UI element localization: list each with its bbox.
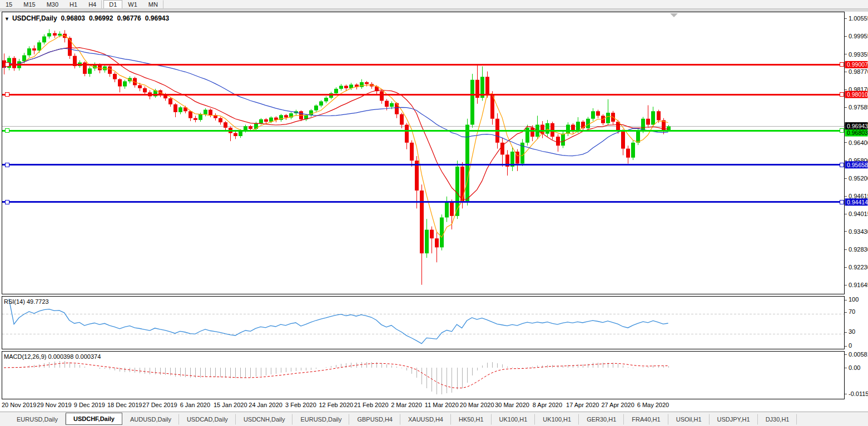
date-label: 17 Apr 2020 — [566, 402, 599, 408]
candle-body — [42, 37, 46, 43]
date-label: 29 Nov 2019 — [37, 402, 71, 408]
chart-tab-FRA40-H1[interactable]: FRA40,H1 — [624, 414, 668, 425]
chart-tab-USDCHF-Daily[interactable]: USDCHF,Daily — [66, 413, 122, 425]
candle-body — [365, 82, 369, 84]
candle-body — [556, 137, 560, 146]
price-tick-label: 1.00555 — [849, 15, 868, 22]
candle-body — [631, 143, 635, 158]
chart-tab-EURUSD-Daily[interactable]: EURUSD,Daily — [292, 414, 349, 425]
candle-body — [319, 101, 323, 106]
rsi-panel — [2, 297, 845, 349]
candle-body — [324, 98, 328, 101]
candle-body — [204, 110, 207, 114]
candle-body — [168, 98, 172, 104]
price-line-label: 0.96803 — [845, 129, 868, 137]
candle-body — [430, 230, 434, 239]
candle-body — [284, 115, 288, 117]
current-price-label: 0.96943 — [845, 122, 868, 129]
candle-body — [27, 48, 31, 55]
rsi-tick-label: 100 — [849, 296, 859, 303]
line-end-marker — [840, 200, 844, 204]
candle-body — [22, 56, 26, 62]
ohlc-low: 0.96776 — [117, 14, 141, 22]
candle-body — [339, 86, 343, 88]
candle-body — [435, 238, 439, 247]
candle-body — [606, 113, 610, 123]
candle-body — [425, 230, 429, 254]
date-label: 21 Feb 2020 — [354, 402, 389, 408]
line-end-marker — [840, 129, 844, 133]
price-line-label: 0.95658 — [845, 161, 868, 168]
macd-tick-label: -0.011514 — [849, 390, 868, 397]
rsi-tick-label: 70 — [849, 308, 855, 315]
line-end-marker — [5, 129, 9, 133]
chart-tab-EURUSD-Daily[interactable]: EURUSD,Daily — [9, 414, 66, 425]
date-label: 12 Feb 2020 — [319, 402, 353, 408]
line-end-marker — [5, 93, 9, 97]
candle-body — [420, 191, 424, 253]
chart-canvas[interactable]: 1.005550.999550.993550.987700.981700.975… — [0, 0, 868, 426]
candle-body — [224, 122, 227, 128]
candle-body — [234, 133, 237, 136]
candle-body — [460, 167, 464, 203]
candle-body — [68, 38, 72, 56]
candle-body — [209, 110, 212, 116]
chart-tab-USOil-H1[interactable]: USOil,H1 — [668, 414, 710, 425]
date-label: 8 Apr 2020 — [533, 402, 562, 408]
date-label: 27 Dec 2019 — [142, 402, 177, 408]
candle-body — [636, 131, 640, 143]
price-tick-label: 0.92230 — [849, 264, 868, 270]
price-line-label-text: 0.95658 — [847, 162, 868, 168]
macd-tick-label: 0.005818 — [849, 351, 868, 358]
price-tick-label: 0.95200 — [849, 175, 868, 182]
candle-body — [410, 143, 414, 161]
chart-tab-GER30-H1[interactable]: GER30,H1 — [579, 414, 624, 425]
chart-dropdown-icon[interactable]: ▼ — [4, 16, 9, 22]
candle-body — [561, 134, 565, 146]
candle-body — [173, 104, 177, 112]
candle-body — [596, 111, 600, 116]
date-label: 24 Jan 2020 — [249, 402, 282, 408]
candle-body — [53, 33, 57, 36]
mt4-window: 15M15M30H1H4D1W1MN 1.005550.999550.99355… — [0, 0, 868, 426]
price-tick-label: 0.96400 — [849, 139, 868, 146]
chart-tab-USDJPY-H1[interactable]: USDJPY,H1 — [710, 414, 758, 425]
candle-body — [395, 103, 399, 114]
date-label: 6 Jan 2020 — [180, 402, 210, 408]
candle-body — [641, 119, 645, 131]
price-line-label: 0.94414 — [845, 198, 868, 206]
price-tick-label: 0.94015 — [849, 211, 868, 217]
chart-tab-DJ30-H1[interactable]: DJ30,H1 — [758, 414, 797, 425]
candle-body — [58, 34, 62, 36]
macd-tick-label: 0.00 — [849, 364, 860, 371]
rsi-tick-label: 0 — [849, 342, 852, 349]
price-line-label: 0.99007 — [845, 61, 868, 68]
candle-body — [194, 118, 197, 120]
macd-panel — [2, 352, 845, 399]
candle-body — [314, 106, 318, 111]
chart-tab-XAUUSD-H4[interactable]: XAUUSD,H4 — [400, 414, 451, 425]
chart-tab-USDCAD-Daily[interactable]: USDCAD,Daily — [179, 414, 236, 425]
chart-tab-GBPUSD-H4[interactable]: GBPUSD,H4 — [349, 414, 400, 425]
candle-body — [390, 103, 394, 107]
chart-tab-HK50-H1[interactable]: HK50,H1 — [451, 414, 492, 425]
date-label: 20 Mar 2020 — [460, 402, 494, 408]
candle-body — [657, 111, 661, 120]
chart-tab-UK100-H1[interactable]: UK100,H1 — [492, 414, 535, 425]
chart-tab-USDCNH-Daily[interactable]: USDCNH,Daily — [236, 414, 293, 425]
line-end-marker — [5, 200, 9, 204]
price-tick-label: 0.98770 — [849, 68, 868, 75]
candle-body — [344, 86, 348, 88]
chart-tab-AUDUSD-Daily[interactable]: AUDUSD,Daily — [122, 414, 179, 425]
candle-body — [385, 101, 389, 107]
candle-body — [591, 111, 595, 118]
candle-body — [485, 77, 489, 94]
candle-body — [239, 131, 242, 136]
date-label: 27 Apr 2020 — [601, 402, 634, 408]
line-end-marker — [840, 163, 844, 167]
candle-body — [47, 33, 51, 37]
candle-body — [566, 125, 570, 134]
current-price-label-text: 0.96943 — [847, 123, 868, 129]
chart-tab-UK100-H1[interactable]: UK100,H1 — [535, 414, 579, 425]
price-line-label-text: 0.98010 — [847, 91, 868, 98]
